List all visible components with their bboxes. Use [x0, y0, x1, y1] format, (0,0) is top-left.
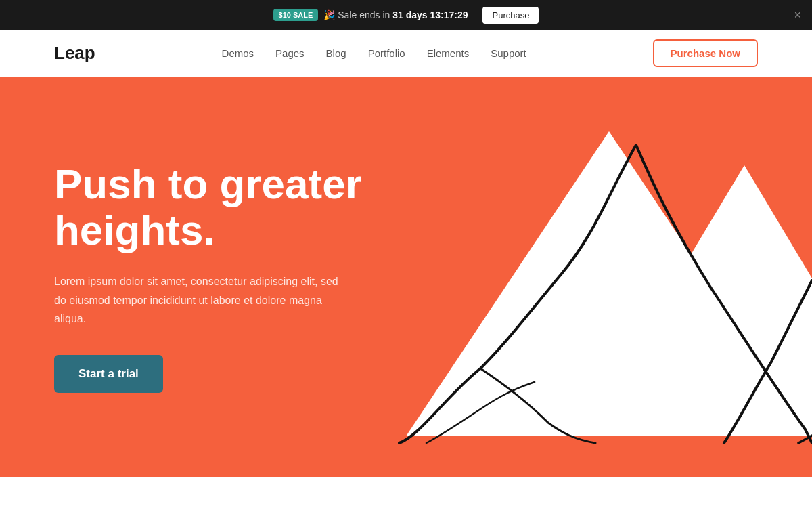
nav-item-demos[interactable]: Demos: [222, 47, 254, 60]
below-fold-section: Build it from the: [0, 477, 812, 508]
hero-content: Push to greater heights. Lorem ipsum dol…: [54, 161, 406, 393]
nav-item-blog[interactable]: Blog: [326, 47, 346, 60]
nav-item-portfolio[interactable]: Portfolio: [368, 47, 405, 60]
hero-title: Push to greater heights.: [54, 161, 406, 253]
nav-item-elements[interactable]: Elements: [427, 47, 470, 60]
start-trial-button[interactable]: Start a trial: [54, 355, 163, 393]
top-banner: $10 SALE 🎉 Sale ends in 31 days 13:17:29…: [0, 0, 812, 30]
logo[interactable]: Leap: [54, 43, 95, 64]
hero-subtitle: Lorem ipsum dolor sit amet, consectetur …: [54, 272, 338, 328]
nav-item-support[interactable]: Support: [491, 47, 526, 60]
nav-links: Demos Pages Blog Portfolio Elements Supp…: [222, 47, 526, 60]
banner-sale-text: 🎉 Sale ends in 31 days 13:17:29: [323, 9, 468, 20]
hero-illustration: [392, 111, 812, 477]
navbar: Leap Demos Pages Blog Portfolio Elements…: [0, 30, 812, 77]
below-fold-title: Build it from the: [271, 504, 541, 508]
purchase-now-button[interactable]: Purchase Now: [653, 39, 758, 67]
sale-badge: $10 SALE: [273, 9, 319, 21]
banner-purchase-button[interactable]: Purchase: [482, 7, 539, 24]
nav-item-pages[interactable]: Pages: [275, 47, 304, 60]
banner-close-button[interactable]: ×: [794, 9, 801, 21]
hero-section: Push to greater heights. Lorem ipsum dol…: [0, 77, 812, 477]
banner-timer: 31 days 13:17:29: [392, 9, 468, 20]
